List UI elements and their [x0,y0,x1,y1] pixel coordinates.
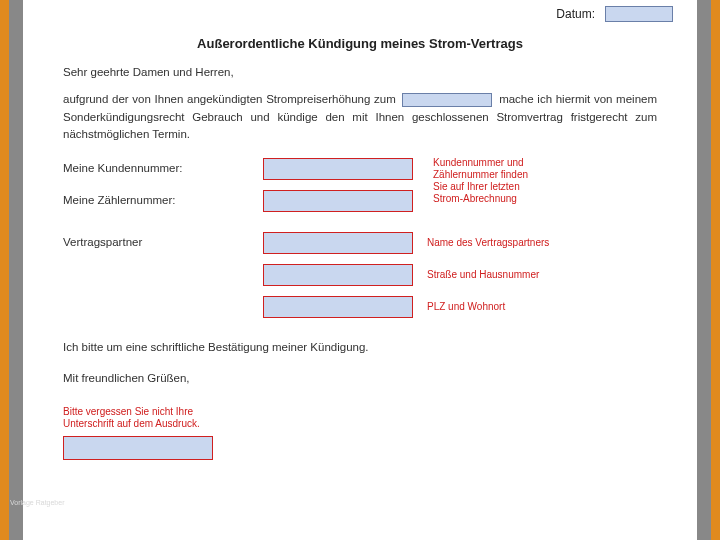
document-body: Sehr geehrte Damen und Herren, aufgrund … [63,64,657,460]
confirmation-request: Ich bitte um eine schriftliche Bestätigu… [63,339,657,356]
signature-field[interactable] [63,436,213,460]
vertragspartner-label: Vertragspartner [63,234,263,251]
vertragspartner-name-row: Vertragspartner Name des Vertragspartner… [63,231,657,255]
vertragspartner-name-field[interactable] [263,232,413,254]
kundennummer-label: Meine Kundennummer: [63,160,263,177]
document-frame: Datum: Außerordentliche Kündigung meines… [9,0,711,540]
signature-hint: Bitte vergessen Sie nicht Ihre Unterschr… [63,406,657,430]
vertragspartner-street-field[interactable] [263,264,413,286]
price-increase-date-field[interactable] [402,93,492,107]
kundennummer-field[interactable] [263,158,413,180]
page-gutter-right [697,0,711,540]
hint-line: Zählernummer finden [433,169,593,181]
salutation: Sehr geehrte Damen und Herren, [63,64,657,81]
hint-line: Sie auf Ihrer letzten [433,181,593,193]
signature-hint-line: Unterschrift auf dem Ausdruck. [63,418,657,430]
zaehlernummer-field[interactable] [263,190,413,212]
date-field[interactable] [605,6,673,22]
page-content: Datum: Außerordentliche Kündigung meines… [23,0,697,540]
hint-line: Strom-Abrechnung [433,193,593,205]
fields-block: Kundennummer und Zählernummer finden Sie… [63,157,657,319]
paragraph-pre: aufgrund der von Ihnen angekündigten Str… [63,93,396,105]
main-paragraph: aufgrund der von Ihnen angekündigten Str… [63,91,657,143]
vertragspartner-city-hint: PLZ und Wohnort [427,301,505,313]
vertragspartner-name-hint: Name des Vertragspartners [427,237,549,249]
vertragspartner-city-field[interactable] [263,296,413,318]
signature-hint-line: Bitte vergessen Sie nicht Ihre [63,406,657,418]
hint-line: Kundennummer und [433,157,593,169]
vertragspartner-street-row: Straße und Hausnummer [63,263,657,287]
zaehlernummer-label: Meine Zählernummer: [63,192,263,209]
vertragspartner-street-hint: Straße und Hausnummer [427,269,539,281]
kundennummer-hint: Kundennummer und Zählernummer finden Sie… [433,157,593,205]
date-row: Datum: [556,6,673,22]
document-title: Außerordentliche Kündigung meines Strom-… [23,36,697,51]
date-label: Datum: [556,7,595,21]
page-gutter-left [9,0,23,540]
vertragspartner-city-row: PLZ und Wohnort [63,295,657,319]
watermark: Vorlage Ratgeber [10,499,64,506]
closing: Mit freundlichen Grüßen, [63,370,657,387]
